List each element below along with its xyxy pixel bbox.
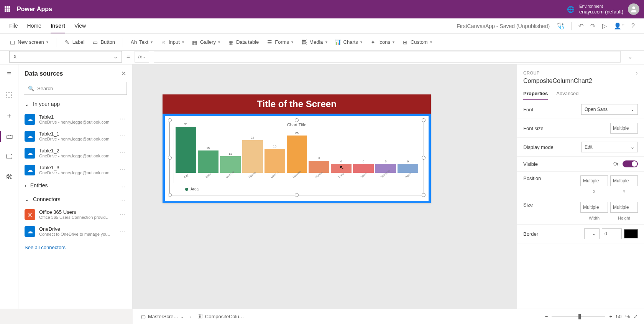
datatable-button[interactable]: ▦Data table <box>228 39 259 45</box>
formula-expand-icon[interactable]: ⌄ <box>625 53 635 60</box>
resize-handle[interactable] <box>168 193 172 197</box>
play-icon[interactable]: ▷ <box>602 22 607 30</box>
checker-icon[interactable]: 🩺 <box>557 22 564 30</box>
forms-button[interactable]: ☰Forms▾ <box>266 39 293 45</box>
datasource-item[interactable]: ☁ Table1OneDrive - henry.legge@outlook.c… <box>18 111 132 128</box>
custom-icon: ⊞ <box>402 39 408 45</box>
resize-handle[interactable] <box>295 118 299 122</box>
charts-button[interactable]: 📊Charts▾ <box>335 39 362 45</box>
media-icon: 🖼 <box>301 39 307 45</box>
border-color-swatch[interactable] <box>624 229 638 238</box>
app-header: Power Apps 🌐 Environment enayu.com (defa… <box>0 0 644 18</box>
menu-view[interactable]: View <box>74 23 86 29</box>
svg-point-0 <box>632 7 635 9</box>
more-icon[interactable]: … <box>119 131 126 138</box>
zoom-out-button[interactable]: − <box>545 314 548 319</box>
save-status: FirstCanvasApp - Saved (Unpublished) <box>457 23 550 29</box>
connector-item[interactable]: ◎ Office 365 UsersOffice 365 Users Conne… <box>18 206 132 223</box>
border-width-input[interactable] <box>602 228 622 239</box>
datasource-item[interactable]: ☁ Table1_2OneDrive - henry.legge@outlook… <box>18 145 132 162</box>
group-entities[interactable]: ›Entities… <box>18 179 132 192</box>
input-button[interactable]: ⎚Input▾ <box>160 39 184 45</box>
tools-rail-icon[interactable]: 🛠 <box>0 172 18 183</box>
more-icon[interactable]: … <box>119 226 126 233</box>
data-icon[interactable]: 🗃 <box>0 131 18 142</box>
text-button[interactable]: AbText▾ <box>131 39 153 45</box>
group-in-your-app[interactable]: ⌄In your app <box>18 97 132 111</box>
chart-control[interactable]: Chart Title 31 City 15 Delhi 11 Mumbai 2… <box>169 120 424 195</box>
border-style-select[interactable]: —⌄ <box>584 228 600 239</box>
screen-title[interactable]: Title of the Screen <box>163 94 431 114</box>
insert-pane-icon[interactable]: ⬚ <box>0 89 18 100</box>
breadcrumb-control[interactable]: ⿲CompositeColu… <box>196 313 246 320</box>
visible-toggle[interactable] <box>623 160 638 167</box>
pos-x-input[interactable] <box>580 175 608 186</box>
charts-icon: 📊 <box>335 39 341 45</box>
chevron-right-icon: › <box>25 182 26 188</box>
new-screen-button[interactable]: ▢New screen▾ <box>9 39 48 45</box>
fx-button[interactable]: fx⌄ <box>135 51 149 63</box>
more-icon[interactable]: … <box>119 165 126 172</box>
resize-handle[interactable] <box>168 156 172 160</box>
search-icon: 🔍 <box>28 86 34 91</box>
label-button[interactable]: ✎Label <box>64 39 85 45</box>
datasource-item[interactable]: ☁ Table1_3OneDrive - henry.legge@outlook… <box>18 162 132 179</box>
more-icon[interactable]: … <box>119 114 126 121</box>
resize-handle[interactable] <box>422 156 426 160</box>
height-input[interactable] <box>610 202 638 213</box>
menu-file[interactable]: File <box>9 23 18 29</box>
canvas-area[interactable]: Title of the Screen Chart Title 31 City … <box>133 64 517 309</box>
tab-advanced[interactable]: Advanced <box>556 88 578 100</box>
datasource-item[interactable]: ☁ Table1_1OneDrive - henry.legge@outlook… <box>18 128 132 145</box>
see-all-connectors-link[interactable]: See all connectors <box>18 240 132 255</box>
resize-handle[interactable] <box>422 118 426 122</box>
fontsize-input[interactable] <box>610 123 638 134</box>
menu-bar: File Home Insert View FirstCanvasApp - S… <box>0 18 644 34</box>
media-rail-icon[interactable]: 🖵 <box>0 151 18 162</box>
redo-icon[interactable]: ↷ <box>590 22 595 30</box>
more-icon[interactable]: … <box>120 196 126 202</box>
more-icon[interactable]: … <box>120 182 126 188</box>
property-selector[interactable]: X⌄ <box>9 51 122 63</box>
zoom-slider[interactable] <box>552 316 605 317</box>
resize-handle[interactable] <box>168 118 172 122</box>
icons-button[interactable]: ✦Icons▾ <box>370 39 394 45</box>
share-icon[interactable]: 👤⁺ <box>614 22 624 30</box>
tree-view-icon[interactable]: ≡ <box>0 68 18 79</box>
add-icon[interactable]: ＋ <box>0 109 18 122</box>
menu-insert[interactable]: Insert <box>51 23 65 33</box>
font-label: Font <box>523 107 533 112</box>
help-icon[interactable]: ? <box>631 23 635 30</box>
zoom-in-button[interactable]: + <box>609 314 612 319</box>
onedrive-icon: ☁ <box>25 114 35 125</box>
resize-handle[interactable] <box>295 193 299 197</box>
custom-button[interactable]: ⊞Custom▾ <box>402 39 432 45</box>
formula-input[interactable] <box>154 51 621 63</box>
width-input[interactable] <box>580 202 608 213</box>
font-select[interactable]: Open Sans⌄ <box>581 104 638 115</box>
fit-icon[interactable]: ⤢ <box>634 314 638 319</box>
environment-picker[interactable]: Environment enayu.com (default) <box>579 4 623 15</box>
undo-icon[interactable]: ↶ <box>578 22 583 30</box>
group-label: GROUP <box>523 71 540 75</box>
breadcrumb-screen[interactable]: ▢MasterScre…⌄ <box>139 313 186 320</box>
pos-y-input[interactable] <box>610 175 638 186</box>
connector-item[interactable]: ☁ OneDriveConnect to OneDrive to manage … <box>18 223 132 240</box>
chevron-right-icon[interactable]: › <box>636 70 638 76</box>
chart-icon: ⿲ <box>198 314 203 319</box>
more-icon[interactable]: … <box>119 148 126 155</box>
menu-home[interactable]: Home <box>27 23 41 29</box>
close-icon[interactable]: ✕ <box>121 70 126 77</box>
search-input[interactable]: 🔍 Search <box>24 82 127 95</box>
app-launcher-icon[interactable] <box>5 6 11 12</box>
more-icon[interactable]: … <box>119 209 126 216</box>
resize-handle[interactable] <box>422 193 426 197</box>
gallery-button[interactable]: ▦Gallery▾ <box>192 39 220 45</box>
group-connectors[interactable]: ⌄Connectors… <box>18 192 132 206</box>
chart-selection-outer[interactable]: Chart Title 31 City 15 Delhi 11 Mumbai 2… <box>163 114 431 203</box>
button-button[interactable]: ▭Button <box>92 39 115 45</box>
tab-properties[interactable]: Properties <box>523 88 548 100</box>
media-button[interactable]: 🖼Media▾ <box>301 39 327 45</box>
displaymode-select[interactable]: Edit⌄ <box>581 142 638 152</box>
avatar[interactable] <box>628 3 639 15</box>
